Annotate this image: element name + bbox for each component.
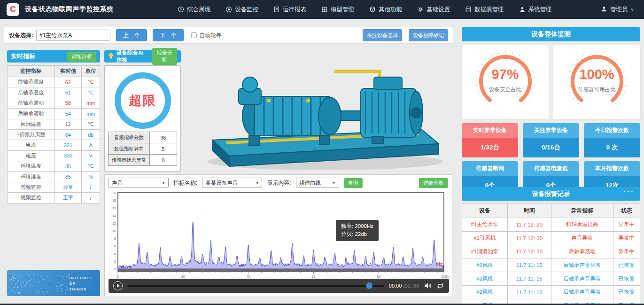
metric-name: 前轴承震动: [8, 98, 55, 108]
svg-text:0: 0: [117, 275, 119, 278]
metric-unit: V: [82, 150, 100, 161]
alarm-metric: 声音异常: [551, 231, 613, 245]
seek-handle[interactable]: [366, 282, 372, 289]
alarm-row[interactable]: #2风机11.7 11: 15后轴承声音异常已恢复: [462, 272, 640, 286]
more-button[interactable]: ···: [624, 188, 635, 196]
alarm-time: 11.7 11: 15: [507, 258, 551, 272]
ai-metrics-table: 音频指标分数96数值指标异常5传感器状态异常0: [108, 132, 177, 166]
pump-3d-image: [194, 43, 453, 176]
alarm-device: #1引风机: [462, 231, 508, 245]
realtime-detail-button[interactable]: 详细分析: [67, 52, 96, 62]
nav-item-settings[interactable]: 基础设置: [417, 6, 450, 14]
play-button[interactable]: [113, 281, 123, 290]
nav-item-label: 运行报表: [283, 6, 306, 14]
volume-button[interactable]: [424, 282, 432, 289]
seek-bar[interactable]: [127, 285, 384, 287]
metric-value: 异常: [54, 182, 82, 192]
metric-unit: ℃: [82, 87, 100, 98]
column-header: 单位: [82, 66, 100, 77]
status-card: 今日报警次数0 次: [584, 123, 640, 157]
table-row: 1倍频分贝数64db: [8, 129, 100, 140]
gauge-card: 100%传感器可用占比: [553, 45, 640, 119]
alarm-status: 异常中: [613, 218, 640, 232]
svg-text:14: 14: [112, 214, 116, 218]
alarm-metric: 后轴承声音异常: [551, 258, 613, 272]
chevron-down-icon: ▼: [162, 181, 165, 185]
alarm-status: 已恢复: [613, 258, 640, 272]
spectrum-detail-button[interactable]: 详细分析: [419, 178, 448, 188]
user-name: 管理员: [610, 6, 628, 14]
column-header: 设备: [462, 204, 508, 218]
metric-name: 环境湿度: [8, 172, 55, 182]
query-button[interactable]: 查询: [344, 178, 363, 188]
prev-device-button[interactable]: 上一个: [116, 29, 147, 41]
nav-item-system[interactable]: 系统管理: [519, 6, 552, 14]
nav-item-datasource[interactable]: 数据源管理: [465, 6, 504, 14]
nav-item-overview[interactable]: 综合展现: [178, 6, 210, 14]
health-status: 超限: [129, 92, 156, 109]
alarm-status: 已恢复: [613, 285, 640, 299]
table-row: 后轴承震动54mm: [8, 109, 100, 119]
spectrum-panel: 声音▼ 指标名称: 某某设备声音▼ 显示内容: 频谱曲线▼ 查询 详细分析 20…: [104, 174, 452, 297]
display-select[interactable]: 频谱曲线▼: [296, 178, 339, 188]
display-content-label: 显示内容:: [267, 179, 291, 187]
svg-text:20: 20: [112, 191, 116, 195]
app-title: 设备状态物联网声学监控系统: [25, 5, 114, 14]
volume-icon: [424, 282, 432, 289]
loop-button[interactable]: [436, 282, 444, 289]
metric-name: 后轴承震动: [8, 109, 55, 119]
alarm-row[interactable]: #1润滑油泵11.7 12: 20后轴承震动异常中: [462, 245, 640, 258]
fault-mark-button[interactable]: 设备故障标记: [409, 29, 448, 41]
nav-item-label: 其他功能: [379, 6, 402, 14]
nav-item-other[interactable]: 其他功能: [369, 6, 402, 14]
status-cards: 实时异常设备1/32台关注异常设备0/16台今日报警次数0 次传感器断网0个传感…: [462, 123, 640, 196]
gauge-value: 97%: [462, 67, 549, 82]
ai-analyze-button[interactable]: 综合分析: [152, 48, 177, 65]
ai-metric-row: 数值指标异常5: [109, 143, 177, 155]
alarm-row[interactable]: #2风机11.7 11: 15后轴承声音异常已恢复: [462, 285, 640, 299]
nav-item-model[interactable]: 模型管理: [321, 6, 354, 14]
nav-item-label: 基础设置: [427, 6, 450, 14]
auto-cycle-checkbox[interactable]: [191, 32, 197, 38]
status-card-title: 今日报警次数: [584, 123, 640, 138]
overview-icon: [178, 6, 184, 13]
svg-text:60: 60: [312, 275, 316, 278]
svg-text:0: 0: [114, 267, 116, 271]
metric-name: 环境温度: [8, 161, 55, 172]
alarm-row[interactable]: #2风机11.7 11: 15后轴承声音异常已恢复: [462, 258, 640, 272]
ai-health-card: 超限 音频指标分数96数值指标异常5传感器状态异常0: [104, 65, 181, 172]
gauge-center: 97%设备安全占比: [462, 67, 549, 93]
table-row: 环境湿度35%: [8, 172, 100, 182]
ai-metric-value: 5: [149, 143, 177, 155]
metric-name: 后轴承温度: [8, 87, 55, 98]
column-header: 时间: [507, 204, 551, 218]
iot-logo-box: INTERNET OF THINGS: [7, 270, 100, 296]
alarm-device: #2风机: [462, 258, 508, 272]
alarm-metric: 前轴承温度高: [551, 218, 613, 232]
sound-select[interactable]: 声音▼: [109, 178, 169, 188]
table-row: 电压300V: [8, 150, 100, 161]
system-icon: [519, 6, 526, 13]
nav-item-report[interactable]: 运行报表: [273, 6, 306, 14]
realtime-title: 实时指标: [11, 52, 35, 61]
device-select-input[interactable]: [36, 30, 110, 41]
report-icon: [273, 6, 280, 13]
metric-name: 电流: [8, 140, 55, 150]
next-device-button[interactable]: 下一个: [153, 29, 184, 41]
chevron-down-icon: ∨: [630, 7, 634, 12]
user-menu[interactable]: 管理员 ∨: [601, 6, 634, 14]
metric-select[interactable]: 某某设备声音▼: [202, 178, 262, 188]
status-card-title: 本月报警次数: [584, 161, 640, 176]
svg-text:16: 16: [112, 206, 116, 210]
metric-value: 54: [54, 109, 82, 119]
alarm-row[interactable]: #1引风机11.7 12: 20声音异常异常中: [462, 231, 640, 245]
nav-item-monitor[interactable]: 设备监控: [225, 6, 258, 14]
metric-unit: mm: [82, 109, 100, 119]
alarm-row[interactable]: #1主给水泵11.7 12: 20前轴承温度高异常中: [462, 218, 640, 232]
status-card-title: 传感器电量低: [523, 161, 579, 176]
monitor-icon: [225, 6, 232, 13]
chevron-down-icon: ▼: [255, 181, 259, 185]
focus-device-button[interactable]: 关注设备选择: [363, 29, 402, 41]
metric-name: 前轴承温度: [8, 77, 55, 87]
brand: C 设备状态物联网声学监控系统: [0, 3, 178, 16]
